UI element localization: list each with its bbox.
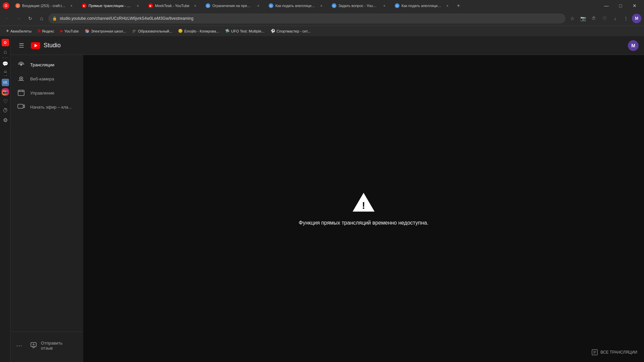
feedback-icon bbox=[30, 342, 37, 350]
sidebar-label-start: Начать эфир – кла... bbox=[30, 105, 72, 110]
tab-question[interactable]: G Задать вопрос - YouTube... × bbox=[328, 1, 390, 10]
refresh-icon: ↻ bbox=[28, 16, 32, 21]
tab-close-question[interactable]: × bbox=[382, 3, 387, 8]
header-avatar[interactable]: М bbox=[628, 40, 639, 51]
svg-point-11 bbox=[33, 344, 34, 345]
studio-area: ☰ Studio М bbox=[11, 36, 644, 362]
download-button[interactable]: ↓ bbox=[610, 14, 620, 23]
sidebar-item-start[interactable]: Начать эфир – кла... bbox=[11, 100, 83, 114]
tab-appeal2[interactable]: G Как подать апелляцию н... × bbox=[391, 1, 453, 10]
tab-icon-crafttv: c bbox=[15, 3, 20, 8]
ext-icon-heart[interactable]: ♡ bbox=[2, 98, 9, 105]
tab-restrictions[interactable]: G Ограничения на прямые... × bbox=[202, 1, 264, 10]
ext-icon-whatsapp[interactable]: 📱 bbox=[2, 69, 9, 77]
ext-icon-vk[interactable]: VK bbox=[2, 79, 9, 86]
tab-close-restrictions[interactable]: × bbox=[256, 3, 261, 8]
refresh-button[interactable]: ↻ bbox=[25, 14, 35, 23]
tab-livestreaming[interactable]: ▶ Прямые трансляции - Yo... × bbox=[78, 1, 144, 10]
bookmark-icon-youtube: ▶ bbox=[60, 29, 63, 33]
bookmark-sportmaster[interactable]: ⚽ Спортмастер - сет... bbox=[268, 28, 313, 34]
svg-text:!: ! bbox=[362, 200, 365, 211]
heart-button[interactable]: ♡ bbox=[600, 14, 609, 23]
tab-label-appeal1: Как подать апелляцию н... bbox=[275, 4, 316, 8]
ext-icon-messenger[interactable]: 💬 bbox=[2, 60, 9, 67]
svg-point-2 bbox=[20, 64, 22, 66]
studio-sidebar: Трансляции Веб-камера bbox=[11, 55, 83, 362]
sidebar-item-broadcasts[interactable]: Трансляции bbox=[11, 58, 83, 72]
ext-icon-home[interactable]: ⌂ bbox=[2, 48, 9, 56]
bookmark-label-edu: Образовательный... bbox=[138, 29, 172, 33]
tab-close-livestreaming[interactable]: × bbox=[136, 3, 140, 8]
tab-crafttv[interactable]: c Входящие (253) - craft.tv... × bbox=[12, 1, 77, 10]
tab-close-appeal1[interactable]: × bbox=[319, 3, 324, 8]
ext-icon-instagram[interactable]: 📷 bbox=[2, 88, 9, 96]
bookmark-yandex[interactable]: Я Яндекс bbox=[35, 28, 57, 35]
tab-icon-appeal2: G bbox=[395, 3, 399, 8]
bookmark-icon-edu: 🎓 bbox=[132, 29, 137, 33]
bookmark-icon-aviabilety: ✈ bbox=[6, 29, 9, 33]
tab-icon-livestreaming: ▶ bbox=[82, 3, 87, 8]
all-broadcasts-button[interactable]: ВСЕ ТРАНСЛЯЦИИ bbox=[592, 349, 637, 355]
history-button[interactable]: ⏱ bbox=[589, 14, 598, 23]
bookmark-label-yandex: Яндекс bbox=[42, 29, 54, 33]
bookmark-emojilo[interactable]: 😊 Emojilo - Копирова... bbox=[175, 28, 222, 34]
ext-icon-clock[interactable]: ⏱ bbox=[2, 107, 9, 114]
address-bar[interactable]: 🔒 studio.youtube.com/channel/UCsRHlzLW6j… bbox=[48, 13, 566, 23]
bookmark-edu[interactable]: 🎓 Образовательный... bbox=[129, 28, 175, 34]
bookmark-icon: ☆ bbox=[570, 16, 575, 21]
svg-rect-9 bbox=[18, 104, 23, 108]
bookmark-school[interactable]: 📚 Электронная школ... bbox=[82, 28, 129, 34]
window-controls: — □ ✕ bbox=[600, 1, 641, 10]
bookmark-icon-school: 📚 bbox=[85, 29, 90, 33]
home-button[interactable]: ⌂ bbox=[37, 14, 46, 23]
sidebar-item-manage[interactable]: Управление bbox=[11, 86, 83, 100]
close-button[interactable]: ✕ bbox=[628, 1, 641, 10]
start-icon bbox=[17, 103, 25, 111]
tab-appeal1[interactable]: G Как подать апелляцию н... × bbox=[265, 1, 327, 10]
ext-icon-settings[interactable]: ⚙ bbox=[2, 116, 9, 124]
svg-rect-10 bbox=[31, 343, 36, 347]
bookmark-label-youtube: YouTube bbox=[64, 29, 79, 33]
tab-icon-appeal1: G bbox=[269, 3, 273, 8]
sidebar-item-webcam[interactable]: Веб-камера bbox=[11, 72, 83, 86]
manage-icon bbox=[17, 89, 25, 97]
home-icon: ⌂ bbox=[40, 15, 43, 21]
more-options-button[interactable]: ⋯ bbox=[15, 341, 23, 350]
bookmark-icon-emojilo: 😊 bbox=[178, 29, 183, 33]
profile-button[interactable]: М bbox=[632, 14, 641, 23]
bookmark-label-emojilo: Emojilo - Копирова... bbox=[184, 29, 219, 33]
error-message: Функция прямых трансляций временно недос… bbox=[299, 220, 429, 226]
tab-meekteak[interactable]: ▶ MeekTeak - YouTube × bbox=[145, 1, 201, 10]
webcam-icon bbox=[17, 75, 25, 82]
forward-button[interactable]: → bbox=[14, 14, 23, 23]
menu-button[interactable]: ⋮ bbox=[621, 14, 631, 23]
main-area: O ⌂ 💬 📱 VK 📷 ♡ ⏱ ⚙ ☰ bbox=[0, 36, 644, 362]
error-container: ! Функция прямых трансляций временно нед… bbox=[299, 191, 429, 226]
minimize-button[interactable]: — bbox=[600, 1, 613, 10]
screenshot-button[interactable]: 📷 bbox=[578, 14, 588, 23]
studio-body: Трансляции Веб-камера bbox=[11, 55, 644, 362]
tab-label-appeal2: Как подать апелляцию н... bbox=[401, 4, 442, 8]
bookmark-aviabilety[interactable]: ✈ Авиабилеты bbox=[3, 28, 34, 34]
dots-icon: ⋯ bbox=[16, 342, 22, 349]
tab-close-meekteak[interactable]: × bbox=[193, 3, 198, 8]
bookmark-button[interactable]: ☆ bbox=[568, 14, 577, 23]
bookmark-label-ufo: UFO Test: Multiple... bbox=[231, 29, 264, 33]
bookmark-youtube[interactable]: ▶ YouTube bbox=[58, 28, 82, 34]
feedback-button[interactable]: Отправить отзыв bbox=[23, 337, 79, 354]
studio-logo-text: Studio bbox=[44, 42, 61, 49]
tab-close-crafttv[interactable]: × bbox=[69, 3, 74, 8]
new-tab-button[interactable]: + bbox=[454, 2, 463, 10]
menu-icon: ⋮ bbox=[624, 16, 628, 21]
title-bar: O c Входящие (253) - craft.tv... × ▶ Пря… bbox=[0, 0, 644, 11]
bookmarks-bar: ✈ Авиабилеты Я Яндекс ▶ YouTube 📚 Электр… bbox=[0, 25, 644, 36]
warning-icon: ! bbox=[352, 191, 375, 213]
back-button[interactable]: ← bbox=[3, 14, 12, 23]
bookmark-ufo[interactable]: 🛸 UFO Test: Multiple... bbox=[222, 28, 267, 34]
maximize-button[interactable]: □ bbox=[614, 1, 627, 10]
tab-close-appeal2[interactable]: × bbox=[445, 3, 450, 8]
hamburger-icon: ☰ bbox=[19, 42, 24, 49]
hamburger-button[interactable]: ☰ bbox=[16, 40, 27, 51]
screenshot-icon: 📷 bbox=[580, 16, 586, 21]
ext-icon-main[interactable]: O bbox=[2, 39, 9, 46]
